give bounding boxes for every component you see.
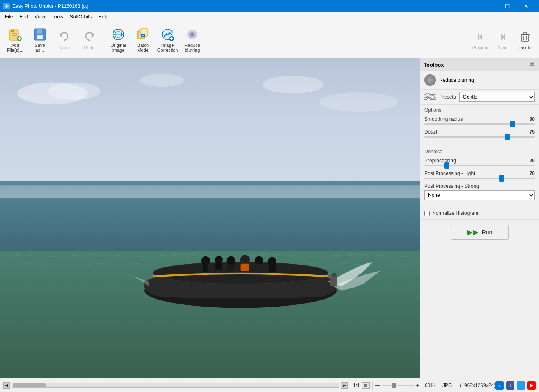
run-label: Run xyxy=(482,229,493,235)
svg-point-63 xyxy=(140,74,184,87)
detail-label: Detail xyxy=(424,129,437,135)
window-controls: — ☐ ✕ xyxy=(479,0,536,12)
delete-icon xyxy=(518,30,532,44)
menu-file[interactable]: File xyxy=(2,13,16,21)
maximize-button[interactable]: ☐ xyxy=(498,0,517,12)
post-processing-light-row: Post Processing - Light 70 xyxy=(424,171,535,179)
reduce-blurring-button[interactable]: Reduceblurring xyxy=(180,23,204,56)
toolbox-close-button[interactable]: ✕ xyxy=(528,61,536,68)
main-area: Toolbox ✕ Reduce blurring Presets xyxy=(0,58,539,378)
run-button[interactable]: ▶▶ Run xyxy=(451,225,509,240)
scroll-left-button[interactable]: ◀ xyxy=(3,382,10,389)
zoom-in-icon[interactable]: + xyxy=(416,382,419,389)
menu-tools[interactable]: Tools xyxy=(48,13,67,21)
svg-point-68 xyxy=(431,96,434,99)
svg-rect-42 xyxy=(0,185,420,198)
post-processing-strong-select[interactable]: None Light Medium Strong xyxy=(424,190,535,200)
horizontal-scrollbar[interactable] xyxy=(12,383,339,388)
toolbox-header: Toolbox ✕ xyxy=(420,58,539,71)
svg-rect-52 xyxy=(241,264,249,271)
scroll-right-button[interactable]: ▶ xyxy=(341,382,348,389)
batch-mode-button[interactable]: BatchMode xyxy=(131,23,155,56)
delete-button[interactable]: Delete xyxy=(514,24,536,56)
batch-mode-icon xyxy=(136,27,150,42)
original-image-label: OriginalImage xyxy=(111,43,126,53)
twitter-icon[interactable]: t xyxy=(517,381,525,390)
batch-mode-label: BatchMode xyxy=(137,43,149,53)
image-correction-label: ImageCorrection xyxy=(157,43,178,53)
redo-label: Redo xyxy=(84,45,94,50)
detail-slider[interactable] xyxy=(424,136,535,138)
facebook-icon[interactable]: f xyxy=(506,381,514,390)
info-icon[interactable]: i xyxy=(495,381,504,390)
run-section: ▶▶ Run xyxy=(420,220,539,244)
zoom-ratio: 1:1 xyxy=(353,383,360,388)
reduce-blurring-label: Reduceblurring xyxy=(184,43,200,53)
toolbar-nav: Previous Next Delete xyxy=(470,23,536,56)
presets-label: Presets xyxy=(439,94,456,100)
presets-select[interactable]: Gentle Medium Strong Custom xyxy=(459,92,535,102)
next-button[interactable]: Next xyxy=(492,24,514,56)
title-bar: Easy Photo Unblur - P1160168.jpg — ☐ ✕ xyxy=(0,0,539,12)
toolbox-panel: Toolbox ✕ Reduce blurring Presets xyxy=(420,58,539,378)
svg-rect-46 xyxy=(203,264,208,272)
svg-rect-56 xyxy=(269,265,276,272)
preprocessing-slider[interactable] xyxy=(424,165,535,166)
add-files-icon xyxy=(8,27,23,42)
svg-point-47 xyxy=(215,256,223,264)
smoothing-radius-slider[interactable] xyxy=(424,123,535,125)
svg-point-53 xyxy=(255,256,263,265)
preprocessing-value: 20 xyxy=(530,158,535,164)
original-image-button[interactable]: OriginalImage xyxy=(106,23,130,56)
add-files-label: AddFile(s)... xyxy=(7,43,23,53)
app-icon xyxy=(3,3,10,9)
minimize-button[interactable]: — xyxy=(479,0,498,12)
svg-point-1 xyxy=(6,5,7,7)
add-files-button[interactable]: AddFile(s)... xyxy=(3,23,27,56)
smoothing-radius-value: 80 xyxy=(530,116,535,122)
save-as-label: Saveas... xyxy=(35,43,45,53)
svg-point-60 xyxy=(48,83,101,100)
toolbar-sep-2 xyxy=(207,25,207,54)
previous-button[interactable]: Previous xyxy=(470,24,491,56)
zoom-out-icon[interactable]: — xyxy=(375,383,380,388)
zoom-slider[interactable] xyxy=(382,385,415,386)
image-area[interactable] xyxy=(0,58,420,378)
menu-help[interactable]: Help xyxy=(95,13,112,21)
toolbar-sep-1 xyxy=(104,25,104,54)
toolbar: AddFile(s)... Saveas... Undo xyxy=(0,21,539,58)
smoothing-radius-row: Smoothing radius 80 xyxy=(424,116,535,125)
menu-view[interactable]: View xyxy=(31,13,48,21)
preprocessing-label: Preprocessing xyxy=(424,158,456,164)
svg-rect-34 xyxy=(521,35,529,41)
next-icon xyxy=(495,30,510,44)
denoise-section: Denoise Preprocessing 20 Post Processing… xyxy=(420,146,539,207)
svg-point-67 xyxy=(426,93,429,97)
close-button[interactable]: ✕ xyxy=(517,0,536,12)
status-sep-2 xyxy=(372,381,373,390)
undo-label: Undo xyxy=(59,45,70,50)
status-sep-4 xyxy=(440,381,440,390)
svg-point-29 xyxy=(191,33,193,36)
image-dimensions: (1968x1269x24) xyxy=(460,383,495,388)
reduce-blurring-icon xyxy=(424,74,436,86)
detail-row: Detail 75 xyxy=(424,129,535,138)
undo-button[interactable]: Undo xyxy=(53,23,76,56)
fit-view-button[interactable]: ⊡ xyxy=(362,382,370,389)
presets-row: Presets Gentle Medium Strong Custom xyxy=(420,90,539,105)
normalize-histogram-checkbox[interactable] xyxy=(424,211,430,216)
title-bar-left: Easy Photo Unblur - P1160168.jpg xyxy=(3,3,88,9)
image-correction-button[interactable]: ImageCorrection xyxy=(156,23,180,56)
options-title: Options xyxy=(424,107,535,113)
svg-point-62 xyxy=(319,92,398,112)
post-processing-light-slider[interactable] xyxy=(424,178,535,179)
svg-rect-48 xyxy=(215,263,222,270)
save-as-button[interactable]: Saveas... xyxy=(28,23,52,56)
menu-softorbits[interactable]: SoftOrbits xyxy=(67,13,95,21)
redo-button[interactable]: Redo xyxy=(77,23,101,56)
youtube-icon[interactable]: ▶ xyxy=(527,381,536,390)
menu-edit[interactable]: Edit xyxy=(16,13,31,21)
svg-rect-3 xyxy=(11,30,14,32)
post-processing-light-label: Post Processing - Light xyxy=(424,171,475,176)
normalize-histogram-label[interactable]: Normalize Histogram xyxy=(432,210,478,216)
